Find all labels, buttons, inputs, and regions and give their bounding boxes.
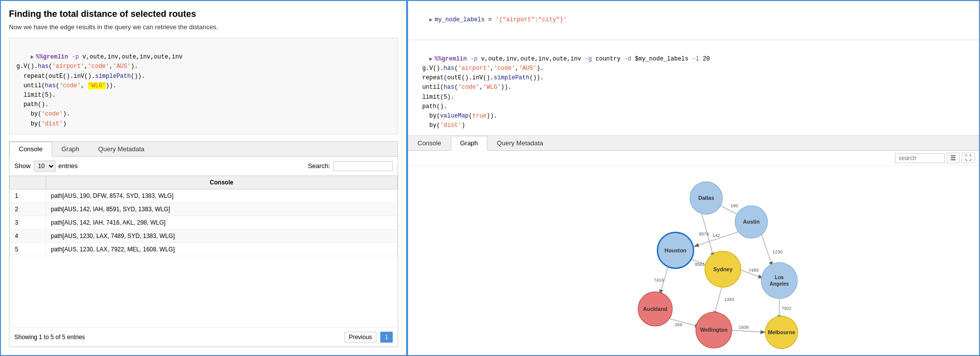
row-value: path[AUS, 1230, LAX, 7922, MEL, 1608, WL… [46,242,397,256]
svg-text:1383: 1383 [724,297,734,302]
page-number[interactable]: 1 [380,332,393,343]
table-controls: Show 10 25 50 entries Search: [9,157,398,176]
entries-label: entries [59,162,78,170]
row-num: 1 [10,189,46,202]
code-block-left: ▶%%gremlin -p v,oute,inv,oute,inv,oute,i… [9,38,398,134]
row-value: path[AUS, 1230, LAX, 7489, SYD, 1383, WL… [46,229,397,242]
pagination: Previous 1 [345,332,393,343]
svg-text:Dallas: Dallas [698,195,714,201]
run-icon-right2: ▶ [429,55,433,64]
svg-text:1230: 1230 [772,249,782,254]
svg-text:Auckland: Auckland [643,306,667,312]
table-row: 3path[AUS, 142, IAH, 7416, AKL, 298, WLG… [10,216,398,229]
svg-line-6 [761,234,772,267]
magic-cmd: %%gremlin [36,54,68,60]
svg-text:Houston: Houston [665,247,687,253]
footer-text: Showing 1 to 5 of 5 entries [14,334,85,341]
svg-text:Sydney: Sydney [713,266,733,272]
table-footer: Showing 1 to 5 of 5 entries Previous 1 [9,327,398,347]
svg-text:142: 142 [712,233,720,238]
svg-line-18 [666,318,700,327]
svg-text:7416: 7416 [654,278,664,283]
run-icon-right: ▶ [429,16,433,25]
fullscreen-button[interactable]: ⛶ [962,153,975,163]
list-view-button[interactable]: ☰ [947,153,960,163]
row-num: 2 [10,202,46,216]
table-row: 4path[AUS, 1230, LAX, 7489, SYD, 1383, W… [10,229,398,242]
search-label-area: Search: [308,161,393,171]
row-value: path[AUS, 190, DFW, 8574, SYD, 1383, WLG… [46,189,397,202]
tab-query-metadata-right[interactable]: Query Metadata [488,136,553,150]
table-search-input[interactable] [333,161,393,171]
tab-graph-left[interactable]: Graph [52,142,89,156]
svg-line-20 [729,330,766,333]
results-table: Console 1path[AUS, 190, DFW, 8574, SYD, … [9,176,398,256]
tab-query-metadata-left[interactable]: Query Metadata [89,142,154,156]
table-row: 2path[AUS, 142, IAH, 8591, SYD, 1383, WL… [10,202,398,216]
run-icon: ▶ [31,53,34,62]
svg-text:298: 298 [675,322,682,327]
svg-text:8581: 8581 [695,262,705,267]
svg-line-12 [714,283,723,317]
row-num: 4 [10,229,46,242]
left-tabs-bar: Console Graph Query Metadata [9,142,398,157]
var-name: my_node_labels [434,16,485,23]
right-tabs-bar: Console Graph Query Metadata [408,136,979,151]
prev-button[interactable]: Previous [345,332,377,343]
subtitle: Now we have the edge results in the quer… [9,23,398,31]
node-losangeles[interactable] [761,263,797,299]
row-num: 5 [10,242,46,256]
tab-graph-right[interactable]: Graph [451,136,488,151]
left-bottom: Console Graph Query Metadata Show 10 25 … [9,141,398,347]
left-panel: Finding the total distance of selected r… [0,0,407,356]
row-value: path[AUS, 142, IAH, 8591, SYD, 1383, WLG… [46,202,397,216]
entries-select[interactable]: 10 25 50 [34,161,56,172]
page-title: Finding the total distance of selected r… [9,9,398,19]
svg-text:Austin: Austin [743,219,760,225]
tab-console-right[interactable]: Console [408,136,451,150]
svg-text:7489: 7489 [749,268,759,273]
graph-search-input[interactable] [895,153,945,163]
col-console-header: Console [46,176,397,189]
svg-text:1608: 1608 [739,325,749,330]
right-tabs-area: Console Graph Query Metadata ☰ ⛶ 190 [408,136,979,355]
svg-text:8574: 8574 [699,232,709,237]
svg-text:7922: 7922 [781,306,791,311]
table-row: 5path[AUS, 1230, LAX, 7922, MEL, 1608, W… [10,242,398,256]
table-row: 1path[AUS, 190, DFW, 8574, SYD, 1383, WL… [10,189,398,202]
right-panel: ▶my_node_labels = '{"airport":"city"}' ▶… [407,0,980,356]
col-num-header [10,176,46,189]
svg-text:Wellington: Wellington [700,327,727,333]
show-label: Show [14,162,31,170]
svg-text:190: 190 [731,203,738,208]
svg-text:Melbourne: Melbourne [768,329,795,335]
right-code-area: ▶my_node_labels = '{"airport":"city"}' [408,1,979,40]
right-code-block: ▶%%gremlin -p v,oute,inv,oute,inv,oute,i… [408,40,979,136]
svg-text:Angeles: Angeles [770,281,789,287]
row-num: 3 [10,216,46,229]
tab-console-left[interactable]: Console [9,142,52,157]
graph-area: 190 8574 142 1230 8581 7489 1383 [408,166,979,355]
graph-toolbar: ☰ ⛶ [408,151,979,166]
row-value: path[AUS, 142, IAH, 7416, AKL, 298, WLG] [46,216,397,229]
graph-svg: 190 8574 142 1230 8581 7489 1383 [408,166,979,355]
show-entries: Show 10 25 50 entries [14,161,78,172]
search-label-text: Search: [308,162,330,170]
svg-text:Los: Los [775,275,784,280]
